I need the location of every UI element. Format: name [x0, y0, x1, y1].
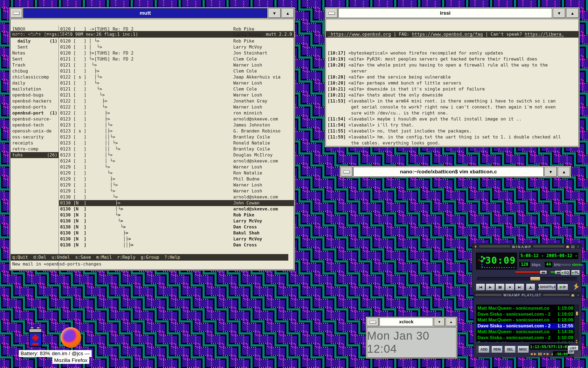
message-row[interactable]: 0130 [N ] │├>Larry McVoy: [59, 236, 294, 242]
message-row[interactable]: 0130 [N ] ├>Bakul Shah: [59, 230, 294, 236]
message-row[interactable]: 0129 [ ] ├>Phil Budne: [59, 176, 294, 182]
message-row[interactable]: 0122 [ ] ├>ron minnich: [59, 110, 294, 116]
sel-button[interactable]: SEL: [504, 346, 516, 353]
raise-button[interactable]: ▲: [558, 167, 570, 177]
resize-grip[interactable]: [574, 350, 581, 357]
winamp-titlebar[interactable]: WINAMP ×: [472, 244, 581, 249]
track-title-marquee[interactable]: 5-08-12 - 2005-08-12 - DAVE <1:: [519, 252, 578, 259]
seek-bar[interactable]: [477, 277, 577, 280]
sidebar-folder-item[interactable]: chibug: [12, 68, 59, 74]
message-row[interactable]: 0121 [ ] ├>Clem Cole: [59, 68, 294, 74]
shade-button[interactable]: ▼: [553, 8, 565, 18]
sidebar-folder-item[interactable]: openbsd-port(1): [12, 110, 59, 116]
sidebar-folder-item[interactable]: daily(1): [12, 38, 59, 44]
message-row[interactable]: 0121 [ ] └>[TUHS] Re: FD 2Clem Cole: [59, 56, 294, 62]
stop-button[interactable]: ■: [505, 283, 514, 291]
sidebar-folder-item[interactable]: Trash: [12, 62, 59, 68]
sidebar-folder-item[interactable]: openbsd-ports: [12, 104, 59, 110]
xclock-titlebar[interactable]: xclock ▼ ▲: [367, 318, 457, 326]
message-row[interactable]: 0130 [N ] └>Larry McVoy: [59, 218, 294, 224]
play-button[interactable]: ▶: [486, 283, 495, 291]
topic-link[interactable]: https://www.openbsd.org/faq: [412, 32, 483, 37]
terminal-titlebar[interactable]: nano:~/code/xbatticon$ vim xbatticon.c ▼…: [341, 167, 570, 177]
volume-slider[interactable]: ▮▮▮: [515, 271, 543, 274]
window-menu-button[interactable]: [326, 8, 338, 18]
pause-button[interactable]: ▮▮: [495, 283, 505, 291]
rem-button[interactable]: REM: [491, 346, 503, 353]
shuffle-button[interactable]: SHUFFLE: [538, 284, 556, 290]
message-row[interactable]: 0120 [ ] │ └>Larry McVoy: [59, 44, 294, 50]
seek-handle[interactable]: [530, 277, 540, 281]
eject-button[interactable]: ▲: [526, 283, 535, 291]
raise-button[interactable]: ▲: [281, 8, 294, 18]
window-menu-button[interactable]: [367, 318, 379, 326]
time-visualizer-lcd[interactable]: -30:09: [476, 252, 517, 270]
playlist-toggle-button[interactable]: PL: [571, 270, 580, 275]
message-row[interactable]: 0130 [N ] ││├>Dan Cross: [59, 242, 294, 248]
close-button[interactable]: ×: [576, 294, 580, 297]
sidebar-folder-item[interactable]: support@pushov: [12, 32, 59, 38]
message-row[interactable]: 0122 [ ] └>Warner Losh: [59, 104, 294, 110]
message-row[interactable]: 0121 [ ] └>Warner Losh: [59, 80, 294, 86]
message-row[interactable]: 0122 [ ] ├>Jonathan Gray: [59, 98, 294, 104]
message-row[interactable]: 0130 [N ] │└>arnold@skeeve.com: [59, 206, 294, 212]
sidebar-folder-item[interactable]: openbsd-bugs: [12, 92, 59, 98]
message-row[interactable]: 0120 [ ] ├>[TUHS] Re: FD 2Jon Steinhart: [59, 50, 294, 56]
message-row[interactable]: 0130 [N ] ├>John Cowan: [59, 200, 294, 206]
message-row[interactable]: 0123 [ s ] │├>G. Branden Robinso: [59, 128, 294, 134]
shade-button[interactable]: ▼: [434, 318, 445, 326]
irssi-titlebar[interactable]: irssi ▼ ▲: [326, 8, 579, 18]
message-row[interactable]: 0122 [ s ] │└>Jaap Akkerhuis via: [59, 74, 294, 80]
sidebar-folder-item[interactable]: openssh-unix-de: [12, 128, 59, 134]
volume-slider-handle[interactable]: ▮▮▮: [540, 270, 547, 274]
message-row[interactable]: 0129 [ ] └>Warner Losh: [59, 188, 294, 194]
shade-button[interactable]: [571, 294, 575, 297]
sidebar-folder-item[interactable]: oss-security: [12, 134, 59, 140]
close-button[interactable]: ×: [576, 245, 580, 248]
playlist-track-row[interactable]: Matt MacQueen - sonicsunset.co1:19:08: [477, 305, 573, 311]
mini-transport-controls[interactable]: ◀ ▶ ▮▮ ■ ▶ ▲: [530, 352, 554, 356]
topic-link[interactable]: https://www.openbsd.org: [328, 32, 391, 37]
message-row[interactable]: 0123 [ ] ├>arnold@skeeve.com: [59, 116, 294, 122]
repeat-button[interactable]: ⟳: [557, 284, 568, 290]
sidebar-folder-item[interactable]: Notes: [12, 50, 59, 56]
mutt-titlebar[interactable]: mutt ▼ ▲: [10, 8, 294, 18]
message-row[interactable]: 0120 [ ] │ └>Rob Pike: [59, 38, 294, 44]
sidebar-folder-item[interactable]: mailstation: [12, 86, 59, 92]
sidebar-folder-item[interactable]: openbsd-tech: [12, 122, 59, 128]
message-row[interactable]: 0123 [ ] │└>James Johnston: [59, 122, 294, 128]
sidebar-folder-item[interactable]: chiclassiccomp: [12, 74, 59, 80]
message-row[interactable]: 0129 [ ] └>Warner Losh: [59, 164, 294, 170]
scrollbar-thumb[interactable]: [576, 311, 578, 316]
add-button[interactable]: ADD: [478, 346, 490, 353]
window-menu-button[interactable]: [10, 8, 22, 18]
sidebar-folder-item[interactable]: openbsd-hackers: [12, 98, 59, 104]
sidebar-folder-item[interactable]: retro-comp: [12, 146, 59, 152]
shade-button[interactable]: [571, 245, 575, 248]
message-row[interactable]: 0123 [ ] │└>Douglas McIlroy: [59, 152, 294, 158]
equalizer-toggle-button[interactable]: EQ: [561, 270, 570, 275]
playlist-track-row[interactable]: Matt MacQueen - sonicsunset.co1:14:36: [477, 329, 573, 335]
raise-button[interactable]: ▲: [446, 318, 457, 326]
message-row[interactable]: 0123 [ ] ││└>Brantley Coile: [59, 134, 294, 140]
message-row[interactable]: 0130 [ ] └>arnold@skeeve.com: [59, 194, 294, 200]
sidebar-folder-item[interactable]: tuhs(26): [11, 152, 59, 158]
minimize-button[interactable]: [566, 245, 569, 248]
playlist-track-row[interactable]: Dave Siska - sonicsunset.com - 21:19:02: [477, 311, 573, 317]
playlist-track-list[interactable]: Matt MacQueen - sonicsunset.co1:19:08Dav…: [476, 304, 575, 347]
playlist-track-row[interactable]: Matt MacQueen - sonicsunset.co1:18:06: [477, 317, 573, 323]
message-row[interactable]: 0121 [ ] └>Warner Losh: [59, 62, 294, 68]
message-row[interactable]: 0121 [ ] └>Warner Losh: [59, 92, 294, 98]
sidebar-folder-item[interactable]: INBOX: [12, 26, 59, 32]
message-row[interactable]: 0130 [N ] └>Rob Pike: [59, 212, 294, 218]
message-row[interactable]: 0120 [ ] │└>Larry McVoy: [59, 32, 294, 38]
message-row[interactable]: 0124 [ ] │ └>arnold@skeeve.com: [59, 158, 294, 164]
message-row[interactable]: 0129 [ ] │└>Warner Losh: [59, 182, 294, 188]
next-track-button[interactable]: ▶|: [515, 283, 524, 291]
sidebar-folder-item[interactable]: daily: [12, 80, 59, 86]
window-menu-button[interactable]: [341, 167, 353, 177]
sidebar-folder-item[interactable]: Sent: [12, 44, 59, 50]
playlist-titlebar[interactable]: WINAMP PLAYLIST ×: [474, 292, 581, 298]
sidebar-folder-item[interactable]: Sent: [12, 56, 59, 62]
playlist-track-row[interactable]: Dave Siska - sonicsunset.com - 21:12:55: [476, 323, 574, 329]
